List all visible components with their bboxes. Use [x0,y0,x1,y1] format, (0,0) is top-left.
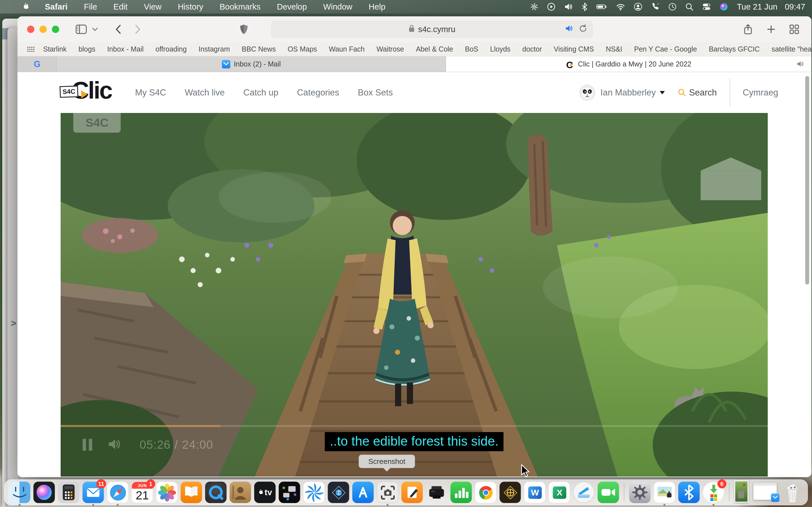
close-window-button[interactable] [27,25,35,33]
new-tab-icon[interactable] [767,25,775,34]
dock-chrome[interactable] [475,482,497,503]
dock-safari[interactable] [107,482,129,503]
dock-photoshop-elements[interactable] [328,482,349,503]
apple-menu-icon[interactable] [14,3,37,11]
zoom-window-button[interactable] [52,25,59,33]
tab-clic-active[interactable]: C Clic | Garddio a Mwy | 20 June 2022 [446,56,811,72]
bookmark-item[interactable]: Inbox - Mail [101,45,149,53]
menu-develop[interactable]: Develop [269,0,315,13]
menu-window[interactable]: Window [315,0,360,13]
dock-window-manager[interactable] [279,482,300,503]
bookmark-item[interactable]: offroading [149,45,193,53]
menu-history[interactable]: History [170,0,211,13]
dock-app-store[interactable] [352,482,374,503]
menu-view[interactable]: View [136,0,169,13]
sidebar-expand-chevron-icon[interactable]: > [11,318,16,329]
pinwheel-status-icon[interactable] [526,3,543,11]
bookmark-item[interactable]: Lloyds [484,45,516,53]
language-toggle[interactable]: Cymraeg [743,88,778,98]
pause-button[interactable] [83,439,92,451]
menu-bookmarks[interactable]: Bookmarks [211,0,269,13]
page-scrollbar[interactable] [805,76,809,284]
bookmark-item[interactable]: BoS [459,45,484,53]
nav-watch-live[interactable]: Watch live [185,88,225,98]
bluetooth-status-icon[interactable] [577,3,592,11]
dock-bluetooth-exchange[interactable] [678,482,700,503]
bookmark-item[interactable]: BBC News [236,45,282,53]
bookmark-item[interactable]: NS&I [600,45,628,53]
address-bar[interactable]: s4c.cymru [271,21,593,38]
phone-status-icon[interactable] [647,3,664,11]
dock-siri[interactable] [34,482,55,503]
bookmark-item[interactable]: Abel & Cole [410,45,459,53]
favorites-grid-icon[interactable] [27,47,35,52]
siri-status-icon[interactable] [715,3,732,11]
volume-status-icon[interactable] [560,3,577,11]
google-favicon[interactable]: G [17,56,57,72]
bookmark-item[interactable]: OS Maps [282,45,323,53]
dock-minimized-mail-window[interactable] [753,483,779,502]
dock-quicktime[interactable] [205,482,227,503]
nav-my-s4c[interactable]: My S4C [135,88,166,98]
account-status-icon[interactable] [629,3,647,11]
menu-help[interactable]: Help [361,0,394,13]
user-menu[interactable]: Ian Mabberley [601,88,656,98]
dock-word[interactable]: W [524,482,546,503]
minimize-window-button[interactable] [40,25,47,33]
dock-finder[interactable] [9,482,31,503]
sidebar-toggle-icon[interactable] [75,24,87,34]
bookmark-item[interactable]: doctor [516,45,548,53]
control-center-status-icon[interactable] [698,3,715,11]
dock-calendar[interactable]: JUN 21 1 [132,482,153,503]
video-progress-bar[interactable] [61,425,768,427]
bookmark-item[interactable]: Barclays GFCIC [703,45,766,53]
s4c-clic-logo[interactable]: Clic S4C [60,78,117,107]
dock-image-capture[interactable] [573,482,595,503]
bookmark-item[interactable]: Instagram [193,45,236,53]
time-machine-status-icon[interactable] [664,3,681,11]
dock-books[interactable] [181,482,202,503]
user-menu-caret-icon[interactable] [660,91,665,94]
spotlight-status-icon[interactable] [681,3,698,11]
bookmark-item[interactable]: Waun Fach [323,45,370,53]
bookmark-item[interactable]: blogs [72,45,101,53]
nav-box-sets[interactable]: Box Sets [358,88,393,98]
tab-speaker-icon[interactable] [796,60,804,69]
dock-numbers[interactable] [451,482,472,503]
tab-overview-icon[interactable] [790,24,799,34]
dock-screenshot[interactable] [377,482,398,503]
menu-file[interactable]: File [76,0,105,13]
dock-photos[interactable] [156,482,177,503]
bookmark-item[interactable]: Pen Y Cae - Google [628,45,703,53]
nav-catch-up[interactable]: Catch up [243,88,278,98]
dock-printer[interactable] [426,482,448,503]
menu-bar-clock[interactable]: Tue 21 Jun 09:47 [732,2,805,11]
dock-facetime[interactable] [598,482,619,503]
share-icon[interactable] [744,24,752,35]
wifi-status-icon[interactable] [612,3,629,11]
play-status-icon[interactable] [543,3,560,11]
forward-button[interactable] [135,24,141,34]
dock-preview[interactable] [654,482,675,503]
dock-mail[interactable]: 11 [83,482,104,503]
dock-contacts[interactable] [230,482,251,503]
dock-calculator[interactable] [58,482,80,503]
dock-trash[interactable] [782,481,803,504]
back-button[interactable] [115,24,121,34]
menu-edit[interactable]: Edit [105,0,136,13]
bookmark-item[interactable]: Starlink [37,45,72,53]
bookmark-item[interactable]: Waitrose [370,45,410,53]
user-avatar-panda[interactable] [579,84,596,101]
background-window-edge-2[interactable] [7,27,18,507]
dock-excel[interactable]: X [549,482,570,503]
battery-status-icon[interactable] [592,3,612,11]
dock-apple-tv[interactable]: tv [254,482,276,503]
tab-inbox-mail[interactable]: Inbox (2) - Mail [57,56,446,72]
reload-icon[interactable] [579,24,587,35]
tab-audio-icon[interactable] [565,24,573,34]
dock-microsoft-autoupdate[interactable]: 6 [703,482,724,503]
video-volume-icon[interactable] [107,438,121,452]
dock-system-preferences[interactable] [629,482,651,503]
dock-pinwheel-app[interactable] [303,482,325,503]
bookmark-item[interactable]: Visiting CMS [548,45,600,53]
